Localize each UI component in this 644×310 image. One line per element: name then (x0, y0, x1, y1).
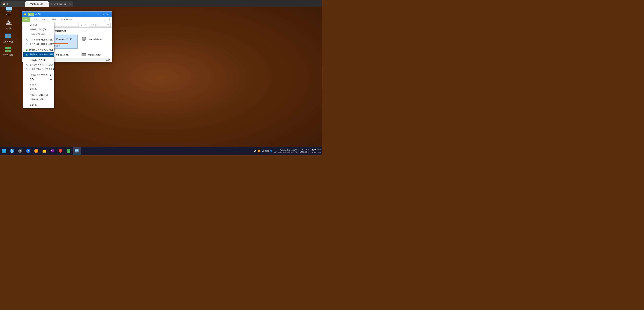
minimize-button[interactable]: ─ (96, 12, 100, 16)
address-dropdown[interactable]: ⌄ (79, 23, 84, 27)
svg-rect-24 (82, 54, 86, 56)
taskbar-app-mypc[interactable] (73, 147, 81, 155)
tab-win10-close[interactable]: ✕ (46, 3, 48, 5)
tray-windowsforum: Windowsforum knm™ (280, 149, 297, 151)
ctx-bitlocker[interactable]: BitLocker 켜기(B) (23, 58, 54, 62)
ribbon-help-btn[interactable]: ? (107, 17, 111, 22)
ctx-assign-y-icon: 🔧 (26, 68, 28, 70)
ctx-shortcut[interactable]: 바로 가기 만들기(S) (23, 93, 54, 97)
tab-home-icon: 🏠 (3, 3, 6, 5)
tab-home-close[interactable]: ✕ (22, 3, 24, 5)
ctx-pin-label: 바로 가기에 고정 (30, 32, 45, 35)
taskbar-app-remote[interactable]: >> (56, 147, 64, 155)
tray-cpu-mem: CPU： 0 % MEM：20 % (298, 148, 309, 154)
ctx-format[interactable]: 포맷(A)... (23, 82, 54, 87)
winrestore-icon (4, 45, 12, 53)
desktop-icon-recycle[interactable]: 휴지통 (2, 18, 16, 29)
svg-rect-48 (75, 149, 78, 152)
ctx-copy[interactable]: 복사(C) (23, 87, 54, 91)
ctx-sep-1 (23, 37, 54, 37)
recycle-label: 휴지통 (6, 27, 12, 29)
taskbar-app-browser[interactable] (8, 147, 16, 155)
drive-e-name: DVD 드라이브 (E:) (88, 38, 104, 41)
ctx-access-arrow: ▶ (50, 74, 52, 76)
ctx-wim-restore[interactable]: ▣ 선택한 드라이브 WIM 설치(4) (23, 52, 54, 57)
taskbar-app-files[interactable] (40, 147, 48, 155)
drive-item-y[interactable]: 로컬 디스크 (Y:) 15.8GB 중 4.20GB 사용 가능 (80, 51, 110, 58)
search-placeholder: 내 PC 검색 (90, 24, 98, 26)
drive-item-e[interactable]: DVD DVD 드라이브 (E:) (80, 35, 110, 49)
window-controls: ─ □ ✕ (96, 12, 110, 16)
ctx-assign-y-label: 선택한 드라이브 (Y:) 할당(6) (30, 68, 55, 71)
tab-home[interactable]: 🏠 홈 ✕ (1, 1, 25, 7)
ctx-disk-sector-icon: 🔧 (26, 43, 28, 45)
taskbar-app-settings[interactable] (16, 147, 24, 155)
tab-win10-label: Win10_X_Lite (30, 3, 43, 5)
tray-bluetooth-icon[interactable]: 📶 (258, 150, 260, 152)
ctx-disk-sector-label: 디스크 섹터 점검 및 수정(2) (30, 43, 54, 46)
ctx-open-label: 열기(O) (30, 23, 37, 26)
ctx-disk-check[interactable]: 🔧 디스크 오류 확인 및 수정(1) (23, 37, 54, 42)
ctx-rename[interactable]: 이름 바꾸기(M) (23, 97, 54, 102)
close-button[interactable]: ✕ (106, 12, 110, 16)
tab-win10-icon: 🪟 (26, 3, 30, 5)
ribbon-tab-drivetool[interactable]: 드라이브 도구 (58, 17, 74, 22)
svg-rect-26 (4, 149, 6, 151)
list-view-button[interactable]: ≡ (106, 59, 108, 61)
tray-volume-icon[interactable]: 🔊 (262, 150, 264, 152)
restore-button[interactable]: □ (100, 12, 105, 16)
ctx-open-new[interactable]: 새 창에서 열기(E) (23, 27, 54, 32)
ctx-assign-c[interactable]: 🔧 선택한 드라이브 (C:) 할당(5) (23, 62, 54, 67)
mypc-label: 내 PC (6, 14, 11, 16)
ribbon-expand-btn[interactable]: ⌄ (102, 17, 106, 22)
drive-c2-name: 로컬 디스크 (C:) (56, 54, 69, 56)
ctx-7zip-arrow: ▶ (50, 78, 52, 80)
ctx-wim-backup-icon: ▣ (26, 49, 28, 51)
taskbar-app-media[interactable] (24, 147, 32, 155)
search-box[interactable]: 내 PC 검색 🔍 (89, 23, 111, 27)
start-button[interactable] (0, 147, 8, 155)
tray-network-icon[interactable]: 🖧 (254, 150, 256, 152)
tab-mycomputer-close[interactable]: ✕ (69, 3, 71, 5)
window-title-main: 내 PC (35, 13, 40, 15)
grid-view-button[interactable]: ⊞ (108, 59, 110, 61)
tab-mycomputer[interactable]: 🖥 My Computer ✕ (49, 1, 73, 7)
ctx-sep-3 (23, 57, 54, 57)
desktop-icon-winrestore[interactable]: 윈도우 복원 (1, 45, 15, 56)
winbackup-icon (4, 32, 12, 40)
svg-point-40 (51, 150, 52, 151)
ctx-wim-backup-label: 선택한 드라이브 WIM 백업(3) (29, 48, 55, 51)
ctx-wim-restore-label: 선택한 드라이브 WIM 설치(4) (29, 53, 55, 56)
tray-keyboard-icon[interactable]: ⌨ (265, 150, 269, 152)
winbackup-label: 윈도우 백업 (3, 41, 13, 43)
ctx-disk-sector[interactable]: 🔧 디스크 섹터 점검 및 수정(2) (23, 42, 54, 46)
ctx-pin[interactable]: 바로 가기에 고정 (23, 32, 54, 36)
drives-grid: Windows 10™ (C:) 10.8GB 사용 가능 (48, 35, 110, 58)
taskbar-app-image[interactable] (48, 147, 56, 155)
ctx-7zip[interactable]: 7-Zip ▶ (23, 77, 54, 81)
ctx-7zip-label: 7-Zip (30, 78, 34, 80)
ribbon-tab-file[interactable]: 파일 (31, 17, 40, 22)
drive-y-icon (81, 52, 86, 58)
ribbon-tab-computer[interactable]: 컴퓨터 (40, 17, 50, 22)
ctx-open-new-label: 새 창에서 열기(E) (30, 28, 46, 31)
svg-text:DVD: DVD (82, 40, 86, 41)
desktop-icon-winbackup[interactable]: 윈도우 백업 (1, 32, 15, 43)
drive-e-icon: DVD (81, 36, 86, 43)
taskbar: >> 🖧 📶 🔊 ⌨ 👤 (0, 147, 322, 155)
ribbon-tab-management[interactable]: 관리 (22, 17, 30, 22)
tray-user-icon[interactable]: 👤 (270, 150, 272, 152)
ctx-assign-y[interactable]: 🔧 선택한 드라이브 (Y:) 할당(6) (23, 67, 54, 71)
ctx-wim-backup[interactable]: ▣ 선택한 드라이브 WIM 백업(3) (23, 48, 54, 52)
refresh-button[interactable]: ↻ (84, 23, 88, 27)
drive-y-header: 로컬 디스크 (Y:) (81, 52, 108, 58)
ctx-access[interactable]: 액세스 권한 부여 (G) ▶ (23, 73, 54, 77)
tray-clock[interactable]: 오후 1:53 2023-12-28 (310, 148, 321, 154)
svg-point-19 (84, 38, 84, 39)
tab-win10[interactable]: 🪟 Win10_X_Lite ✕ (25, 1, 49, 7)
ctx-properties[interactable]: 속성(R) (23, 103, 54, 107)
taskbar-app-firefox[interactable] (32, 147, 40, 155)
ribbon-tab-view[interactable]: 보기 (50, 17, 58, 22)
taskbar-app-notes[interactable] (64, 147, 73, 155)
ctx-open[interactable]: 열기(O) (23, 23, 54, 27)
